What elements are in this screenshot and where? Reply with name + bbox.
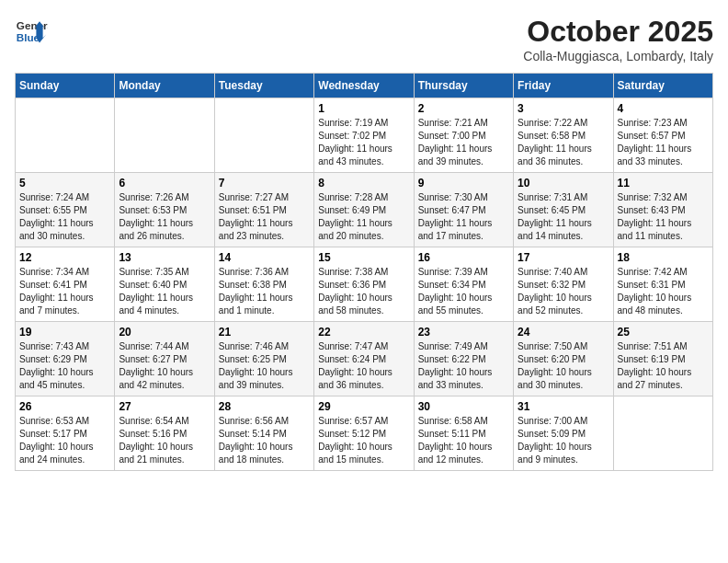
calendar-cell <box>115 98 214 173</box>
weekday-header-cell: Sunday <box>16 74 115 98</box>
calendar-cell: 1Sunrise: 7:19 AM Sunset: 7:02 PM Daylig… <box>314 98 414 173</box>
day-number: 23 <box>418 326 509 339</box>
day-number: 30 <box>418 400 509 413</box>
calendar-cell: 27Sunrise: 6:54 AM Sunset: 5:16 PM Dayli… <box>115 396 214 471</box>
calendar-cell: 22Sunrise: 7:47 AM Sunset: 6:24 PM Dayli… <box>314 322 414 396</box>
calendar-table: SundayMondayTuesdayWednesdayThursdayFrid… <box>15 73 713 471</box>
day-number: 17 <box>518 251 609 264</box>
calendar-week-row: 1Sunrise: 7:19 AM Sunset: 7:02 PM Daylig… <box>16 98 713 173</box>
calendar-cell: 11Sunrise: 7:32 AM Sunset: 6:43 PM Dayli… <box>613 173 712 247</box>
day-info: Sunrise: 7:49 AM Sunset: 6:22 PM Dayligh… <box>418 340 509 392</box>
day-number: 24 <box>518 326 609 339</box>
calendar-cell: 14Sunrise: 7:36 AM Sunset: 6:38 PM Dayli… <box>214 247 313 322</box>
calendar-cell: 25Sunrise: 7:51 AM Sunset: 6:19 PM Dayli… <box>613 322 712 396</box>
day-info: Sunrise: 7:51 AM Sunset: 6:19 PM Dayligh… <box>618 340 709 392</box>
day-number: 13 <box>119 251 210 264</box>
calendar-cell: 17Sunrise: 7:40 AM Sunset: 6:32 PM Dayli… <box>514 247 613 322</box>
calendar-week-row: 26Sunrise: 6:53 AM Sunset: 5:17 PM Dayli… <box>16 396 713 471</box>
calendar-cell: 13Sunrise: 7:35 AM Sunset: 6:40 PM Dayli… <box>115 247 214 322</box>
day-info: Sunrise: 7:43 AM Sunset: 6:29 PM Dayligh… <box>19 340 110 392</box>
day-number: 3 <box>518 102 609 115</box>
day-number: 16 <box>418 251 509 264</box>
day-number: 26 <box>19 400 110 413</box>
day-info: Sunrise: 7:46 AM Sunset: 6:25 PM Dayligh… <box>219 340 310 392</box>
weekday-header-cell: Wednesday <box>314 74 414 98</box>
calendar-cell: 3Sunrise: 7:22 AM Sunset: 6:58 PM Daylig… <box>514 98 613 173</box>
day-info: Sunrise: 7:36 AM Sunset: 6:38 PM Dayligh… <box>219 266 310 317</box>
day-info: Sunrise: 7:26 AM Sunset: 6:53 PM Dayligh… <box>119 191 210 243</box>
calendar-cell: 19Sunrise: 7:43 AM Sunset: 6:29 PM Dayli… <box>16 322 115 396</box>
svg-text:General: General <box>17 19 48 31</box>
calendar-cell: 6Sunrise: 7:26 AM Sunset: 6:53 PM Daylig… <box>115 173 214 247</box>
day-info: Sunrise: 7:50 AM Sunset: 6:20 PM Dayligh… <box>518 340 609 392</box>
calendar-body: 1Sunrise: 7:19 AM Sunset: 7:02 PM Daylig… <box>16 98 713 471</box>
calendar-cell: 28Sunrise: 6:56 AM Sunset: 5:14 PM Dayli… <box>214 396 313 471</box>
day-info: Sunrise: 7:40 AM Sunset: 6:32 PM Dayligh… <box>518 266 609 317</box>
calendar-cell: 10Sunrise: 7:31 AM Sunset: 6:45 PM Dayli… <box>514 173 613 247</box>
calendar-cell: 2Sunrise: 7:21 AM Sunset: 7:00 PM Daylig… <box>414 98 513 173</box>
location: Colla-Muggiasca, Lombardy, Italy <box>523 49 713 63</box>
calendar-week-row: 12Sunrise: 7:34 AM Sunset: 6:41 PM Dayli… <box>16 247 713 322</box>
calendar-cell: 9Sunrise: 7:30 AM Sunset: 6:47 PM Daylig… <box>414 173 513 247</box>
logo: General Blue <box>15 15 48 48</box>
calendar-cell: 16Sunrise: 7:39 AM Sunset: 6:34 PM Dayli… <box>414 247 513 322</box>
calendar-cell <box>214 98 313 173</box>
day-number: 29 <box>318 400 409 413</box>
day-number: 14 <box>219 251 310 264</box>
day-info: Sunrise: 7:34 AM Sunset: 6:41 PM Dayligh… <box>19 266 110 317</box>
day-number: 6 <box>119 177 210 190</box>
day-info: Sunrise: 6:58 AM Sunset: 5:11 PM Dayligh… <box>418 415 509 466</box>
calendar-cell: 31Sunrise: 7:00 AM Sunset: 5:09 PM Dayli… <box>514 396 613 471</box>
calendar-cell: 23Sunrise: 7:49 AM Sunset: 6:22 PM Dayli… <box>414 322 513 396</box>
day-info: Sunrise: 7:28 AM Sunset: 6:49 PM Dayligh… <box>318 191 409 243</box>
day-number: 9 <box>418 177 509 190</box>
calendar-cell: 15Sunrise: 7:38 AM Sunset: 6:36 PM Dayli… <box>314 247 414 322</box>
day-info: Sunrise: 7:42 AM Sunset: 6:31 PM Dayligh… <box>618 266 709 317</box>
day-number: 15 <box>318 251 409 264</box>
day-info: Sunrise: 7:35 AM Sunset: 6:40 PM Dayligh… <box>119 266 210 317</box>
day-info: Sunrise: 7:31 AM Sunset: 6:45 PM Dayligh… <box>518 191 609 243</box>
calendar-cell: 21Sunrise: 7:46 AM Sunset: 6:25 PM Dayli… <box>214 322 313 396</box>
calendar-cell: 18Sunrise: 7:42 AM Sunset: 6:31 PM Dayli… <box>613 247 712 322</box>
page-header: General Blue October 2025 Colla-Muggiasc… <box>15 15 713 63</box>
day-info: Sunrise: 6:54 AM Sunset: 5:16 PM Dayligh… <box>119 415 210 466</box>
calendar-week-row: 5Sunrise: 7:24 AM Sunset: 6:55 PM Daylig… <box>16 173 713 247</box>
day-info: Sunrise: 7:00 AM Sunset: 5:09 PM Dayligh… <box>518 415 609 466</box>
day-info: Sunrise: 7:22 AM Sunset: 6:58 PM Dayligh… <box>518 117 609 168</box>
month-title: October 2025 <box>523 15 713 49</box>
calendar-week-row: 19Sunrise: 7:43 AM Sunset: 6:29 PM Dayli… <box>16 322 713 396</box>
day-info: Sunrise: 7:32 AM Sunset: 6:43 PM Dayligh… <box>618 191 709 243</box>
day-info: Sunrise: 7:24 AM Sunset: 6:55 PM Dayligh… <box>19 191 110 243</box>
day-number: 7 <box>219 177 310 190</box>
calendar-cell: 29Sunrise: 6:57 AM Sunset: 5:12 PM Dayli… <box>314 396 414 471</box>
day-info: Sunrise: 7:30 AM Sunset: 6:47 PM Dayligh… <box>418 191 509 243</box>
day-number: 12 <box>19 251 110 264</box>
day-info: Sunrise: 7:39 AM Sunset: 6:34 PM Dayligh… <box>418 266 509 317</box>
day-info: Sunrise: 6:57 AM Sunset: 5:12 PM Dayligh… <box>318 415 409 466</box>
day-info: Sunrise: 6:53 AM Sunset: 5:17 PM Dayligh… <box>19 415 110 466</box>
weekday-header-cell: Friday <box>514 74 613 98</box>
day-info: Sunrise: 7:47 AM Sunset: 6:24 PM Dayligh… <box>318 340 409 392</box>
day-number: 25 <box>618 326 709 339</box>
day-number: 2 <box>418 102 509 115</box>
day-number: 21 <box>219 326 310 339</box>
day-info: Sunrise: 6:56 AM Sunset: 5:14 PM Dayligh… <box>219 415 310 466</box>
calendar-cell <box>16 98 115 173</box>
calendar-cell: 7Sunrise: 7:27 AM Sunset: 6:51 PM Daylig… <box>214 173 313 247</box>
title-block: October 2025 Colla-Muggiasca, Lombardy, … <box>523 15 713 63</box>
day-number: 28 <box>219 400 310 413</box>
calendar-cell: 26Sunrise: 6:53 AM Sunset: 5:17 PM Dayli… <box>16 396 115 471</box>
day-number: 10 <box>518 177 609 190</box>
day-info: Sunrise: 7:27 AM Sunset: 6:51 PM Dayligh… <box>219 191 310 243</box>
calendar-cell: 20Sunrise: 7:44 AM Sunset: 6:27 PM Dayli… <box>115 322 214 396</box>
weekday-header-cell: Saturday <box>613 74 712 98</box>
calendar-cell <box>613 396 712 471</box>
day-number: 8 <box>318 177 409 190</box>
day-number: 5 <box>19 177 110 190</box>
weekday-header-cell: Thursday <box>414 74 513 98</box>
day-number: 1 <box>318 102 409 115</box>
day-info: Sunrise: 7:19 AM Sunset: 7:02 PM Dayligh… <box>318 117 409 168</box>
weekday-header-cell: Tuesday <box>214 74 313 98</box>
day-number: 19 <box>19 326 110 339</box>
day-info: Sunrise: 7:21 AM Sunset: 7:00 PM Dayligh… <box>418 117 509 168</box>
